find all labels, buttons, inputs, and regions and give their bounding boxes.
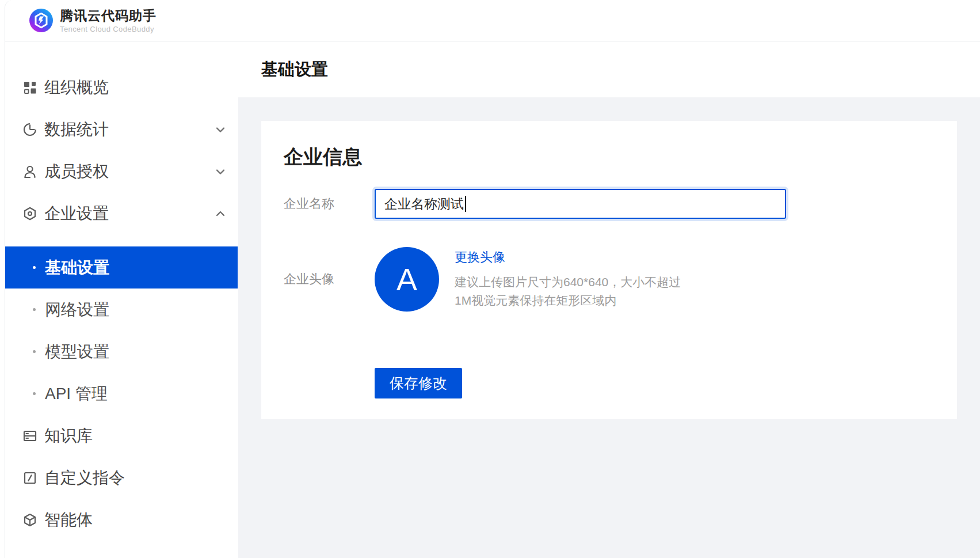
grid-overview-icon bbox=[22, 80, 37, 95]
sidebar-item-member-auth[interactable]: 成员授权 bbox=[5, 150, 238, 192]
custom-command-icon bbox=[22, 470, 37, 485]
save-button[interactable]: 保存修改 bbox=[375, 368, 462, 398]
codebuddy-logo-icon bbox=[29, 9, 53, 32]
sidebar-subitem-basic-settings[interactable]: 基础设置 bbox=[5, 246, 238, 289]
bullet-dot bbox=[33, 308, 36, 311]
sidebar: 组织概览 数据统计 bbox=[5, 41, 238, 558]
sidebar-item-data-stats[interactable]: 数据统计 bbox=[5, 108, 238, 150]
agent-cube-icon bbox=[22, 513, 37, 527]
enterprise-settings-icon bbox=[22, 206, 37, 221]
sidebar-item-label: 自定义指令 bbox=[44, 467, 227, 489]
app-window: 腾讯云代码助手 Tencent Cloud CodeBuddy 组织概览 bbox=[5, 0, 980, 558]
card-title: 企业信息 bbox=[284, 144, 957, 169]
chevron-down-icon bbox=[213, 123, 227, 136]
chevron-up-icon bbox=[213, 207, 227, 221]
company-name-input[interactable]: 企业名称测试 bbox=[375, 189, 786, 219]
company-name-label: 企业名称 bbox=[284, 195, 375, 212]
knowledge-base-icon bbox=[22, 428, 37, 443]
sidebar-item-label: 成员授权 bbox=[44, 161, 213, 183]
sidebar-item-enterprise-settings[interactable]: 企业设置 bbox=[5, 192, 238, 234]
sidebar-item-label: 企业设置 bbox=[44, 203, 213, 225]
content-area: 企业信息 企业名称 企业名称测试 企业头像 A 更换头像 bbox=[238, 97, 980, 558]
bullet-dot bbox=[33, 350, 36, 353]
sidebar-subitem-network-settings[interactable]: 网络设置 bbox=[5, 289, 238, 331]
sidebar-item-custom-commands[interactable]: 自定义指令 bbox=[5, 457, 238, 499]
bullet-dot bbox=[33, 266, 36, 269]
sidebar-item-agent[interactable]: 智能体 bbox=[5, 499, 238, 541]
sidebar-item-org-overview[interactable]: 组织概览 bbox=[5, 66, 238, 108]
sidebar-item-label: API 管理 bbox=[45, 383, 108, 405]
main-area: 基础设置 企业信息 企业名称 企业名称测试 企业头像 A bbox=[238, 41, 980, 558]
company-avatar-row: 企业头像 A 更换头像 建议上传图片尺寸为640*640，大小不超过 1M视觉元… bbox=[284, 247, 957, 312]
sidebar-item-label: 模型设置 bbox=[45, 341, 109, 363]
sidebar-item-knowledge-base[interactable]: 知识库 bbox=[5, 415, 238, 457]
chevron-down-icon bbox=[213, 165, 227, 179]
page-title: 基础设置 bbox=[261, 58, 328, 81]
company-name-value: 企业名称测试 bbox=[384, 195, 464, 213]
company-avatar: A bbox=[375, 247, 439, 312]
company-name-row: 企业名称 企业名称测试 bbox=[284, 189, 957, 219]
avatar-help-line2: 1M视觉元素保持在矩形区域内 bbox=[455, 291, 681, 310]
change-avatar-link[interactable]: 更换头像 bbox=[455, 249, 505, 266]
sidebar-item-label: 基础设置 bbox=[45, 257, 109, 279]
page-title-bar: 基础设置 bbox=[238, 41, 980, 97]
brand-subtitle: Tencent Cloud CodeBuddy bbox=[60, 25, 157, 33]
sidebar-item-label: 组织概览 bbox=[44, 77, 227, 98]
text-caret bbox=[465, 196, 466, 212]
avatar-help-line1: 建议上传图片尺寸为640*640，大小不超过 bbox=[455, 273, 681, 291]
company-avatar-label: 企业头像 bbox=[284, 271, 375, 288]
sidebar-item-label: 数据统计 bbox=[44, 119, 213, 141]
sidebar-item-label: 智能体 bbox=[44, 509, 227, 531]
app-header: 腾讯云代码助手 Tencent Cloud CodeBuddy bbox=[5, 0, 980, 41]
pie-chart-icon bbox=[22, 122, 37, 137]
avatar-info: 更换头像 建议上传图片尺寸为640*640，大小不超过 1M视觉元素保持在矩形区… bbox=[455, 249, 681, 310]
sidebar-subitem-api-management[interactable]: API 管理 bbox=[5, 373, 238, 415]
sidebar-subitem-model-settings[interactable]: 模型设置 bbox=[5, 331, 238, 373]
avatar-letter: A bbox=[396, 261, 417, 297]
brand-title: 腾讯云代码助手 bbox=[60, 8, 157, 23]
enterprise-info-card: 企业信息 企业名称 企业名称测试 企业头像 A 更换头像 bbox=[261, 121, 957, 419]
member-icon bbox=[22, 164, 37, 179]
bullet-dot bbox=[33, 392, 36, 395]
sidebar-item-label: 网络设置 bbox=[45, 299, 109, 321]
brand: 腾讯云代码助手 Tencent Cloud CodeBuddy bbox=[60, 8, 157, 33]
sidebar-item-label: 知识库 bbox=[44, 425, 227, 447]
